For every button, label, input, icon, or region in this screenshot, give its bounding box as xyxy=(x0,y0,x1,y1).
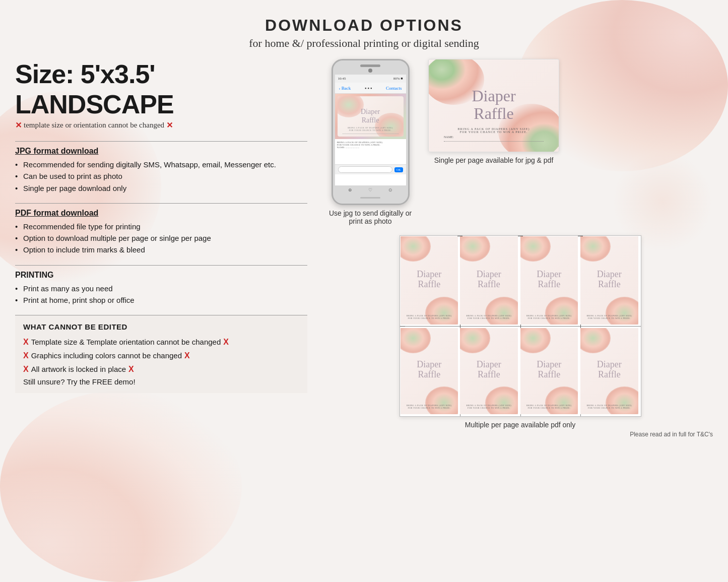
mini-card-5: DiaperRaffle BRING A PACK OF DIAPERS (AN… xyxy=(401,328,458,415)
phone-ok-button[interactable]: OK xyxy=(394,167,403,172)
mini-card-5-text: DiaperRaffle xyxy=(417,360,441,380)
right-top-row: 10:45 80% ■ ‹ Back ▪ ▪ ▪ Contacts xyxy=(327,59,713,225)
mini-card-1-small: BRING A PACK OF DIAPERS (ANY SIZE)FOR YO… xyxy=(401,314,458,319)
mini-card-1-floral-tl xyxy=(401,236,431,262)
phone-screen: 10:45 80% ■ ‹ Back ▪ ▪ ▪ Contacts xyxy=(335,75,406,185)
phone-back-button[interactable]: ‹ Back xyxy=(339,86,351,91)
page-wrapper: DOWNLOAD OPTIONS for home &/ professiona… xyxy=(0,0,728,582)
jpg-bullet-1: Recommended for sending digitally SMS, W… xyxy=(15,159,307,170)
phone-status-bar: 10:45 80% ■ xyxy=(335,75,406,83)
phone-camera xyxy=(368,69,372,73)
free-demo-text: Still unsure? Try the FREE demo! xyxy=(23,377,299,386)
mini-card-6-text: DiaperRaffle xyxy=(477,360,501,380)
mini-card-1: DiaperRaffle BRING A PACK OF DIAPERS (AN… xyxy=(401,236,458,325)
mini-card-2-text: DiaperRaffle xyxy=(477,270,501,290)
phone-icon-heart: ♡ xyxy=(368,187,372,192)
ruler-mark-4 xyxy=(400,326,405,327)
mini-card-6-floral-tl xyxy=(460,328,490,353)
mini-card-6-small: BRING A PACK OF DIAPERS (ANY SIZE)FOR YO… xyxy=(460,404,518,409)
x-icon-3-end: X xyxy=(128,362,134,376)
phone-text-input[interactable] xyxy=(338,166,392,173)
phone-caption: Use jpg to send digitally or print as ph… xyxy=(327,209,413,225)
mini-card-3-small: BRING A PACK OF DIAPERS (ANY SIZE)FOR YO… xyxy=(520,314,578,319)
cannot-edit-item-3: X All artwork is locked in place X xyxy=(23,362,299,376)
mini-card-2-floral-br xyxy=(485,297,518,325)
card-name-line xyxy=(444,141,544,142)
x-icon-1-end: X xyxy=(223,335,229,349)
pdf-bullet-2: Option to download multiple per page or … xyxy=(15,232,307,244)
card-prize-text: BRING A PACK OF DIAPERS (ANY SIZE)FOR YO… xyxy=(429,127,559,134)
mini-card-7-text: DiaperRaffle xyxy=(537,360,561,380)
mini-card-4-small: BRING A PACK OF DIAPERS (ANY SIZE)FOR YO… xyxy=(580,314,638,319)
size-heading: Size: 5'x3.5' LANDSCAPE xyxy=(15,59,307,119)
mini-card-6: DiaperRaffle BRING A PACK OF DIAPERS (AN… xyxy=(460,328,518,415)
mini-card-5-floral-tl xyxy=(401,328,431,353)
cannot-edit-item-1: X Template size & Template orientation c… xyxy=(23,335,299,349)
printing-section: PRINTING Print as many as you need Print… xyxy=(15,265,307,306)
single-card-caption: Single per page available for jpg & pdf xyxy=(434,156,554,164)
page-title: DOWNLOAD OPTIONS xyxy=(0,16,728,35)
printing-section-title: PRINTING xyxy=(15,271,307,280)
mini-card-5-floral-br xyxy=(425,386,458,414)
mini-card-8-text: DiaperRaffle xyxy=(597,360,622,380)
main-content: Size: 5'x3.5' LANDSCAPE ✕ template size … xyxy=(0,59,728,448)
pdf-bullet-3: Option to include trim marks & bleed xyxy=(15,244,307,255)
mini-card-2: DiaperRaffle BRING A PACK OF DIAPERS (AN… xyxy=(460,236,518,325)
jpg-bullet-3: Single per page download only xyxy=(15,182,307,194)
card-script-diaper: Diaper xyxy=(472,87,515,105)
phone-container: 10:45 80% ■ ‹ Back ▪ ▪ ▪ Contacts xyxy=(327,59,413,225)
mini-card-3-text: DiaperRaffle xyxy=(537,270,561,290)
mini-card-4: DiaperRaffle BRING A PACK OF DIAPERS (AN… xyxy=(580,236,638,325)
mini-card-1-floral-br xyxy=(425,297,458,325)
card-script-raffle: Raffle xyxy=(472,105,515,122)
pdf-section-title: PDF format download xyxy=(15,209,307,218)
page-subtitle: for home &/ professional printing or dig… xyxy=(0,37,728,50)
mini-card-1-text: DiaperRaffle xyxy=(417,270,441,290)
jpg-section-title: JPG format download xyxy=(15,147,307,156)
mini-card-8: DiaperRaffle BRING A PACK OF DIAPERS (AN… xyxy=(580,328,638,415)
right-bottom: DiaperRaffle BRING A PACK OF DIAPERS (AN… xyxy=(327,235,713,438)
x-icon-3: X xyxy=(23,362,29,376)
phone-nav-title: ▪ ▪ ▪ xyxy=(365,86,372,91)
cannot-edit-title: WHAT CANNOT BE EDITED xyxy=(23,322,299,331)
phone-mockup: 10:45 80% ■ ‹ Back ▪ ▪ ▪ Contacts xyxy=(332,59,410,205)
single-card-preview: Diaper Raffle BRING A PACK OF DIAPERS (A… xyxy=(428,59,559,152)
phone-icon-camera: ⊙ xyxy=(388,187,392,192)
pdf-bullet-1: Recommended file type for printing xyxy=(15,221,307,232)
printing-bullet-list: Print as many as you need Print at home,… xyxy=(15,283,307,306)
header: DOWNLOAD OPTIONS for home &/ professiona… xyxy=(0,0,728,59)
x-icon-1: X xyxy=(23,335,29,349)
mini-card-2-small: BRING A PACK OF DIAPERS (ANY SIZE)FOR YO… xyxy=(460,314,518,319)
mini-card-2-floral-tl xyxy=(460,236,490,262)
multi-card-caption: Multiple per page available pdf only xyxy=(465,421,575,429)
single-card-container: Diaper Raffle BRING A PACK OF DIAPERS (A… xyxy=(428,59,559,164)
phone-battery: 80% ■ xyxy=(393,77,403,81)
phone-chat-floral: DiaperRaffle BRING A PACK OF DIAPERS (AN… xyxy=(335,94,406,139)
cannot-edit-section: WHAT CANNOT BE EDITED X Template size & … xyxy=(15,315,307,393)
phone-icon-mic: ⊕ xyxy=(348,187,352,192)
mini-card-7-floral-tl xyxy=(520,328,551,353)
x-mark-right: ✕ xyxy=(166,120,173,130)
x-mark-left: ✕ xyxy=(15,120,22,130)
mini-card-4-floral-br xyxy=(606,297,638,325)
card-script-area: Diaper Raffle xyxy=(472,87,515,122)
template-restriction: ✕ template size or orientation cannot be… xyxy=(15,120,307,130)
printing-bullet-1: Print as many as you need xyxy=(15,283,307,294)
multi-card-grid: DiaperRaffle BRING A PACK OF DIAPERS (AN… xyxy=(400,235,641,417)
printing-bullet-2: Print at home, print shop or office xyxy=(15,294,307,306)
mini-card-7: DiaperRaffle BRING A PACK OF DIAPERS (AN… xyxy=(520,328,578,415)
mini-card-3: DiaperRaffle BRING A PACK OF DIAPERS (AN… xyxy=(520,236,578,325)
jpg-bullet-2: Can be used to print as photo xyxy=(15,170,307,182)
x-icon-2: X xyxy=(23,349,29,362)
phone-input-bar[interactable]: OK xyxy=(335,164,406,174)
mini-card-4-text: DiaperRaffle xyxy=(597,270,622,290)
phone-time: 10:45 xyxy=(338,77,346,81)
mini-card-8-small: BRING A PACK OF DIAPERS (ANY SIZE)FOR YO… xyxy=(580,404,638,409)
mini-card-6-floral-br xyxy=(485,386,518,414)
phone-bottom-icons: ⊕ ♡ ⊙ xyxy=(333,185,408,195)
phone-contacts-button[interactable]: Contacts xyxy=(386,86,402,91)
tc-note: Please read ad in full for T&C's xyxy=(471,431,713,438)
mini-card-3-floral-br xyxy=(545,297,578,325)
x-icon-2-end: X xyxy=(184,349,190,362)
mini-card-3-floral-tl xyxy=(520,236,551,262)
